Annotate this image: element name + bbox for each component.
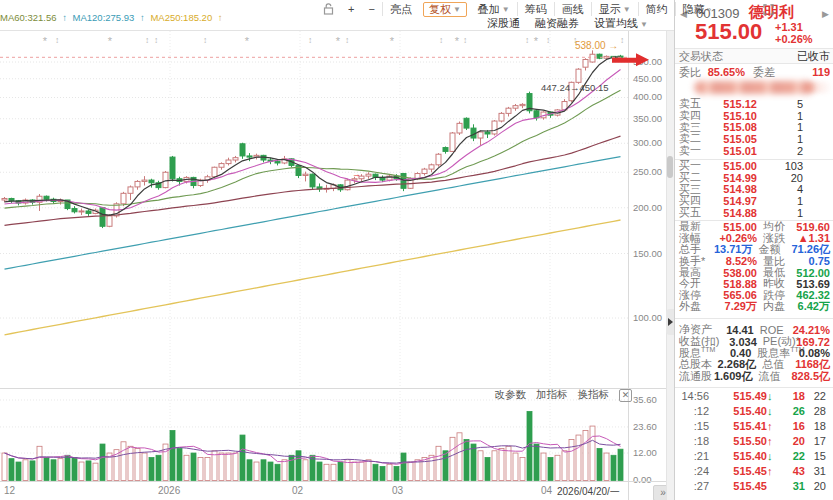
toolbar-row-main: + − 亮点 复权▼ 叠加▼ 筹码 画线 显示▼ 简约 隐藏» (316, 1, 781, 17)
tick-row[interactable]: :21515.40↓2215 (675, 448, 833, 463)
stat-value: 512.00 (796, 267, 830, 279)
draw-line-button[interactable]: 画线 (554, 2, 591, 16)
stat-value: 7.29万 (711, 299, 757, 314)
svg-text:↕: ↕ (463, 35, 467, 45)
trend-up-icon: ↑ (218, 12, 223, 23)
level-label: 卖一 (679, 143, 713, 158)
chevron-down-icon: ▼ (502, 5, 510, 14)
chip-distribution-button[interactable]: 筹码 (517, 2, 554, 16)
tick-time: 14:56 (679, 390, 709, 402)
adjust-price-dropdown[interactable]: 复权▼ (423, 2, 467, 17)
svg-text:150.00: 150.00 (633, 248, 662, 259)
level-price: 514.97 (713, 195, 757, 207)
stat-value: 8.52% (711, 255, 757, 267)
close-icon[interactable]: ✕ (619, 389, 632, 402)
indicator-toolbar: 改参数 加指标 换指标 ✕ (0, 388, 632, 402)
svg-text:*: * (43, 35, 48, 47)
weicha-value: 119 (775, 66, 830, 78)
svg-text:*: * (455, 35, 460, 47)
tick-volume: 16 (779, 420, 805, 432)
svg-text:447.24→450.15: 447.24→450.15 (541, 82, 609, 93)
tick-time: :12 (679, 405, 709, 417)
level-price: 514.88 (713, 207, 757, 219)
axis-label-mar: 03 (392, 485, 403, 496)
last-price: 515.00 (695, 19, 762, 45)
tick-time: :15 (679, 420, 709, 432)
trend-up-icon: ↑ (62, 12, 69, 23)
candlestick-chart[interactable]: 500.00450.00400.00350.00300.00250.00200.… (0, 0, 674, 500)
trade-status-label: 交易状态 (679, 49, 723, 64)
tick-row[interactable]: :18515.50↑2017 (675, 434, 833, 449)
axis-label-dec: 12 (4, 485, 15, 496)
weibi-value: 85.65% (701, 66, 745, 78)
arrow-down-icon: ↓ (767, 405, 779, 417)
next-stock-arrow[interactable]: ▶ (822, 9, 829, 19)
tick-row[interactable]: :27515.453120 (675, 478, 833, 493)
scrollbar-thumb[interactable] (667, 156, 673, 178)
level-volume: 1 (757, 207, 803, 219)
svg-text:100.00: 100.00 (633, 312, 662, 323)
level-price: 515.05 (713, 133, 757, 145)
level-volume: 1 (757, 133, 803, 145)
svg-text:↕: ↕ (145, 35, 149, 45)
stat-value: 515.00 (711, 221, 757, 233)
switch-indicator-link[interactable]: 换指标 (578, 388, 610, 402)
axis-label-apr: 04 (541, 485, 552, 496)
szse-connect-link[interactable]: 深股通 (487, 16, 520, 31)
zoom-out-button[interactable]: − (361, 2, 381, 16)
display-dropdown[interactable]: 显示▼ (591, 2, 638, 16)
tick-count: 28 (805, 405, 830, 417)
hide-button[interactable]: 隐藏» (675, 2, 718, 16)
tick-volume: 22 (779, 450, 805, 462)
change-params-link[interactable]: 改参数 (495, 388, 527, 402)
divider (675, 387, 833, 388)
order-book-buy-row[interactable]: 买五514.881 (675, 207, 833, 219)
stat-label: 外盘 (679, 299, 711, 314)
blurred-banner-tail (806, 82, 832, 93)
tick-row[interactable]: 14:56515.49↓1822 (675, 389, 833, 404)
svg-text:↕: ↕ (439, 35, 443, 45)
lock-icon[interactable] (316, 2, 341, 16)
highlight-button[interactable]: 亮点 (382, 2, 419, 16)
stat-label: 流值 (758, 369, 791, 384)
tick-row[interactable]: :24515.45↑4331 (675, 463, 833, 478)
svg-text:↕: ↕ (525, 35, 529, 45)
tick-volume: 31 (779, 480, 805, 492)
order-book-sell-row[interactable]: 卖一515.012 (675, 145, 833, 157)
axis-label-2026: 2026 (158, 485, 180, 496)
zoom-in-button[interactable]: + (341, 2, 361, 16)
ma-settings-dropdown[interactable]: 设置均线▼ (594, 16, 648, 31)
weibi-label: 委比 (679, 65, 701, 80)
tick-row[interactable]: :12515.40↓2628 (675, 404, 833, 419)
svg-text:*: * (390, 35, 395, 47)
fullscreen-button[interactable] (756, 2, 781, 16)
tick-row[interactable]: :15515.41↑1618 (675, 419, 833, 434)
stat-value: 828.5亿 (791, 369, 830, 384)
tick-price: 515.41 (721, 420, 767, 432)
svg-text:↕: ↕ (546, 35, 550, 45)
tick-time: :27 (679, 480, 709, 492)
tick-volume: 26 (779, 405, 805, 417)
simple-mode-button[interactable]: 简约 (638, 2, 675, 16)
level-volume: 103 (757, 160, 803, 172)
tick-count: 20 (805, 480, 830, 492)
add-indicator-link[interactable]: 加指标 (536, 388, 568, 402)
axis-label-current-date: 2026/04/20/一 (557, 485, 620, 499)
svg-text:250.00: 250.00 (633, 166, 662, 177)
ma-value-label: MA120:275.93 (73, 12, 137, 23)
tick-price: 515.40 (721, 450, 767, 462)
stat-label: 内盘 (763, 299, 796, 314)
margin-trading-link[interactable]: 融资融券 (535, 16, 579, 31)
level-price: 514.98 (713, 183, 757, 195)
tick-volume: 43 (779, 465, 805, 477)
level-volume: 2 (757, 145, 803, 157)
stat-value: 513.69 (796, 278, 830, 290)
chevron-down-icon: ▼ (640, 20, 648, 29)
tick-count: 22 (805, 390, 830, 402)
arrow-up-icon: ↑ (767, 420, 779, 432)
tick-price: 515.45 (721, 480, 767, 492)
tick-count: 18 (805, 420, 830, 432)
stat-value: 0.75 (796, 255, 830, 267)
overlay-dropdown[interactable]: 叠加▼ (471, 2, 517, 16)
chevron-down-icon: ▼ (453, 5, 461, 14)
